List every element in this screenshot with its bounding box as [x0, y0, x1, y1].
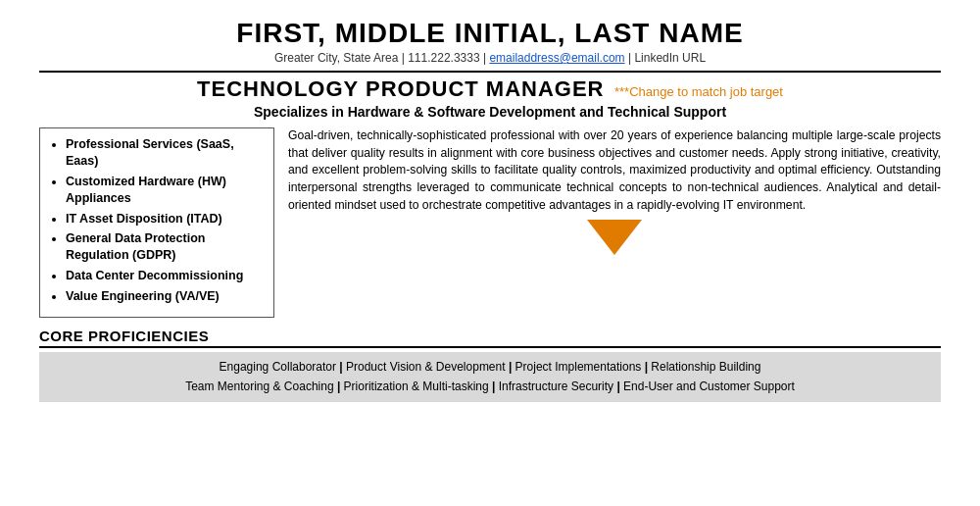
title-main: TECHNOLOGY PRODUCT MANAGER [197, 76, 605, 101]
header-divider [39, 71, 941, 73]
email-link[interactable]: emailaddress@email.com [489, 51, 624, 65]
header-name: FIRST, MIDDLE INITIAL, LAST NAME [39, 18, 941, 49]
skills-list: Professional Services (SaaS, Eaas) Custo… [50, 136, 262, 305]
down-arrow-icon [587, 220, 642, 255]
title-subtitle: Specializes in Hardware & Software Devel… [39, 104, 941, 120]
list-item: Value Engineering (VA/VE) [66, 288, 262, 305]
list-item: IT Asset Disposition (ITAD) [66, 211, 262, 228]
list-item: Professional Services (SaaS, Eaas) [66, 136, 262, 170]
core-row-2: Team Mentoring & Coaching | Prioritizati… [49, 377, 931, 396]
summary-paragraph: Goal-driven, technically-sophisticated p… [288, 127, 941, 214]
title-line: TECHNOLOGY PRODUCT MANAGER ***Change to … [39, 76, 941, 102]
header-contact: Greater City, State Area | 111.222.3333 … [39, 51, 941, 65]
core-bars: Engaging Collaborator | Product Vision &… [39, 352, 941, 402]
main-content: Professional Services (SaaS, Eaas) Custo… [39, 127, 941, 318]
arrow-container [288, 220, 941, 259]
title-note: ***Change to match job target [614, 84, 783, 99]
list-item: General Data Protection Regulation (GDPR… [66, 230, 262, 264]
core-row-1: Engaging Collaborator | Product Vision &… [49, 357, 931, 377]
list-item: Customized Hardware (HW) Appliances [66, 174, 262, 207]
core-title: CORE PROFICIENCIES [39, 328, 941, 348]
skills-box: Professional Services (SaaS, Eaas) Custo… [39, 127, 274, 318]
right-column: Goal-driven, technically-sophisticated p… [288, 127, 941, 259]
list-item: Data Center Decommissioning [66, 268, 262, 284]
core-proficiencies-section: CORE PROFICIENCIES Engaging Collaborator… [39, 328, 941, 402]
resume-page: FIRST, MIDDLE INITIAL, LAST NAME Greater… [0, 0, 980, 506]
title-section: TECHNOLOGY PRODUCT MANAGER ***Change to … [39, 76, 941, 120]
